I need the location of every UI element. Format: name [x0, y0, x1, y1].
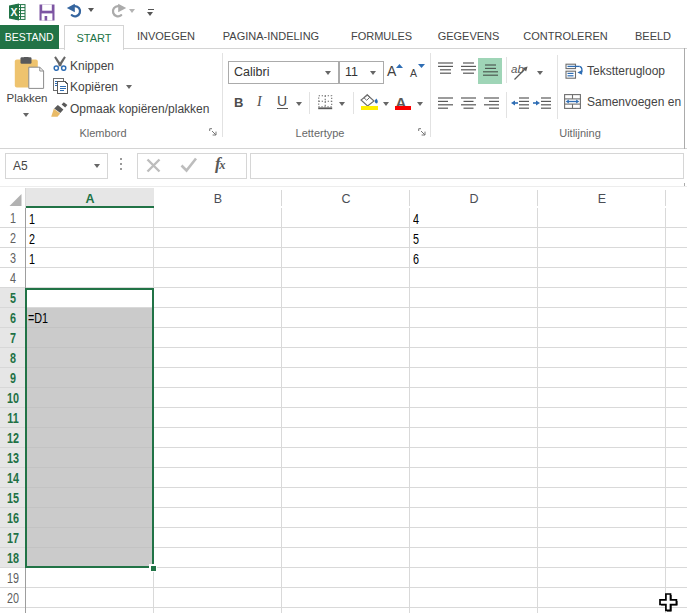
svg-text:X: X — [10, 6, 17, 18]
svg-text:ab: ab — [511, 63, 524, 75]
